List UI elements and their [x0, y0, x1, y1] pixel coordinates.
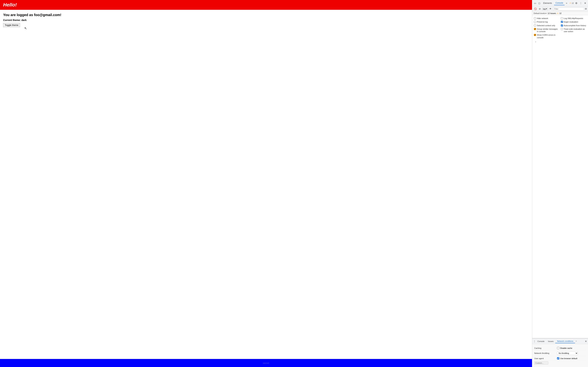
issues-text: 12 Issues: ⚠ 12	[548, 12, 562, 15]
selected-context-label: Selected context only	[537, 24, 555, 27]
eye-icon[interactable]: 👁	[549, 7, 552, 10]
custom-ua-row	[534, 361, 586, 365]
setting-eager-eval: Eager evaluation	[561, 20, 587, 24]
devtools-close-icon[interactable]: ✕	[583, 1, 587, 5]
use-browser-default-checkbox[interactable]	[557, 357, 559, 359]
drawer-close-button[interactable]: ✕	[585, 340, 587, 343]
caching-row: Caching Disable cache	[534, 346, 586, 350]
selected-context-checkbox[interactable]	[534, 25, 536, 26]
drawer-tab-issues[interactable]: Issues	[546, 340, 555, 343]
bottom-drawer: ⋮ Console Issues Network conditions ✕ ✕ …	[532, 338, 588, 367]
console-filter-settings-icon[interactable]: ⚙	[585, 8, 587, 10]
treat-code-checkbox[interactable]	[561, 28, 563, 30]
setting-group-similar: Group similar messages in console	[534, 27, 560, 33]
main-content: Hello! You are logged as foo@gmail.com! …	[0, 0, 532, 367]
blue-banner: secret	[0, 359, 532, 367]
drawer-tabs: ⋮ Console Issues Network conditions ✕ ✕	[532, 339, 588, 344]
throttle-select[interactable]: No throttling	[557, 351, 578, 355]
network-throttling-row: Network throttling No throttling	[534, 350, 586, 356]
default-levels-button[interactable]: Default levels ▾	[534, 12, 546, 15]
log-xml-label: Log XMLHttpRequests	[564, 17, 583, 20]
group-similar-label: Group similar messages in console	[537, 28, 560, 33]
setting-autocomplete-history: Autocomplete from history	[561, 24, 587, 27]
setting-show-cors: Show CORS errors in console	[534, 33, 560, 39]
hide-network-label: Hide network	[537, 17, 548, 20]
red-header: Hello!	[0, 0, 532, 10]
disable-cache-checkbox[interactable]	[557, 347, 559, 349]
settings-right-column: Log XMLHttpRequests Eager evaluation Aut…	[561, 17, 587, 39]
use-browser-default-label: Use browser default	[560, 357, 577, 359]
issues-badge-count: 12	[559, 12, 562, 14]
user-agent-label: User agent	[534, 357, 557, 359]
autocomplete-history-label: Autocomplete from history	[564, 24, 586, 27]
user-agent-row: User agent Use browser default	[534, 356, 586, 361]
console-filter-input[interactable]	[553, 7, 584, 10]
devtools-panel: ▭ ◻ Elements Console » ⚠ 12 ⚙ ⋮ ✕ 🚫 ⊘ to…	[532, 0, 588, 367]
expand-chevron-icon: ›	[535, 40, 536, 43]
cursor-icon: ↖	[24, 26, 27, 30]
inspect-icon[interactable]: ▭	[533, 1, 537, 5]
devtools-settings-icon[interactable]: ⚙	[575, 1, 578, 5]
console-second-toolbar: 🚫 ⊘ top ▾ 👁 ⚙	[532, 6, 588, 12]
default-levels-chevron-icon: ▾	[545, 12, 546, 15]
network-throttling-label: Network throttling	[534, 352, 557, 354]
preserve-log-label: Preserve log	[537, 21, 548, 23]
drawer-tab-network-conditions[interactable]: Network conditions	[555, 339, 575, 343]
setting-selected-context: Selected context only	[534, 24, 560, 27]
logged-as-text: You are logged as foo@gmail.com!	[3, 13, 529, 17]
page-title: Hello!	[3, 2, 529, 8]
issues-count: 12	[572, 2, 574, 4]
setting-treat-code: Treat code evaluation as user action	[561, 27, 587, 33]
drawer-menu-icon[interactable]: ⋮	[533, 340, 536, 343]
show-cors-label: Show CORS errors in console	[537, 34, 560, 39]
preserve-log-checkbox[interactable]	[534, 21, 536, 23]
default-levels-label: Default levels	[534, 12, 545, 14]
device-icon[interactable]: ◻	[538, 1, 541, 5]
page-body: You are logged as foo@gmail.com! Current…	[0, 10, 532, 359]
setting-log-xml: Log XMLHttpRequests	[561, 17, 587, 20]
banner-text: secret	[263, 362, 269, 364]
drawer-tab-console[interactable]: Console	[536, 340, 546, 343]
group-similar-checkbox[interactable]	[534, 28, 536, 30]
top-context-dropdown[interactable]: top ▾	[542, 7, 548, 10]
settings-panel: Hide network Preserve log Selected conte…	[532, 15, 588, 338]
dropdown-chevron-icon: ▾	[546, 8, 547, 10]
log-xml-checkbox[interactable]	[561, 17, 563, 19]
eager-eval-checkbox[interactable]	[561, 21, 563, 23]
disable-cache-label: Disable cache	[560, 347, 572, 349]
show-cors-checkbox[interactable]	[534, 34, 536, 36]
treat-code-label: Treat code evaluation as user action	[564, 28, 587, 33]
clear-console-icon[interactable]: 🚫	[533, 7, 537, 10]
autocomplete-history-checkbox[interactable]	[561, 25, 563, 26]
setting-hide-network: Hide network	[534, 17, 560, 20]
default-levels-bar: Default levels ▾ 12 Issues: ⚠ 12	[532, 12, 588, 15]
hide-network-checkbox[interactable]	[534, 17, 536, 19]
network-throttling-control: No throttling	[557, 351, 578, 355]
settings-left-column: Hide network Preserve log Selected conte…	[534, 17, 560, 39]
issues-badge: ⚠ 12	[570, 2, 574, 4]
top-label: top	[543, 8, 546, 10]
issues-warning-icon: ⚠	[557, 12, 559, 15]
tab-console[interactable]: Console	[554, 1, 564, 5]
theme-value: dark	[21, 19, 26, 22]
devtools-top-toolbar: ▭ ◻ Elements Console » ⚠ 12 ⚙ ⋮ ✕	[532, 0, 588, 6]
filter-icon[interactable]: ⊘	[538, 7, 541, 10]
user-agent-control: Use browser default	[557, 357, 577, 359]
drawer-content: Caching Disable cache Network throttling…	[532, 344, 588, 367]
expand-chevron[interactable]: ›	[534, 40, 586, 44]
more-tabs-button[interactable]: »	[565, 1, 568, 5]
custom-ua-input[interactable]	[534, 361, 548, 365]
eager-eval-label: Eager evaluation	[564, 21, 578, 23]
toggle-theme-button[interactable]: Toggle theme	[3, 23, 20, 27]
current-theme-label: Current theme: dark	[3, 19, 529, 22]
devtools-dots-icon[interactable]: ⋮	[579, 1, 583, 5]
settings-grid: Hide network Preserve log Selected conte…	[534, 17, 586, 39]
drawer-tab-close-network[interactable]: ✕	[575, 340, 577, 342]
tab-elements[interactable]: Elements	[542, 1, 553, 5]
caching-control: Disable cache	[557, 347, 572, 349]
caching-label: Caching	[534, 347, 557, 349]
issue-warning-icon: ⚠	[570, 2, 571, 4]
setting-preserve-log: Preserve log	[534, 20, 560, 24]
